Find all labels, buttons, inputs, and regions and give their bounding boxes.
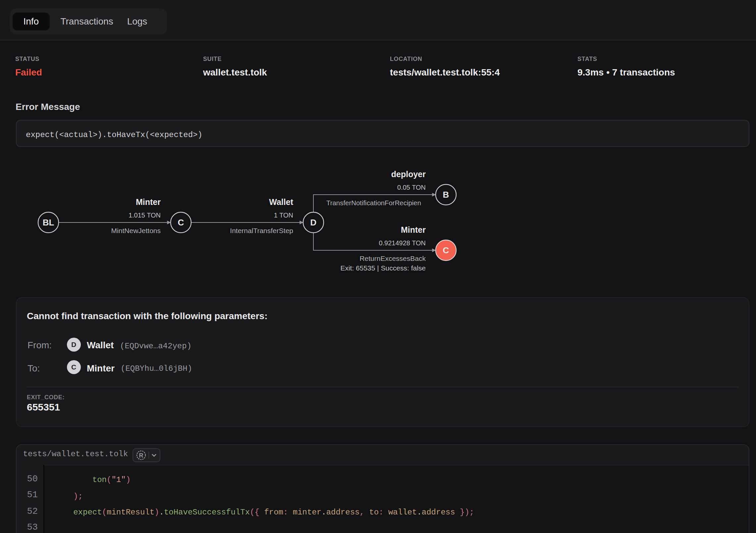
svg-text:1.015 TON: 1.015 TON bbox=[129, 212, 161, 219]
svg-text:1 TON: 1 TON bbox=[274, 212, 293, 219]
svg-text:0.05 TON: 0.05 TON bbox=[397, 184, 426, 191]
svg-text:Minter: Minter bbox=[401, 225, 426, 234]
svg-text:TransferNotificationForRecipie: TransferNotificationForRecipien bbox=[326, 199, 421, 207]
svg-text:D: D bbox=[310, 218, 317, 227]
svg-text:deployer: deployer bbox=[391, 170, 426, 179]
svg-text:MintNewJettons: MintNewJettons bbox=[111, 227, 161, 234]
svg-text:InternalTransferStep: InternalTransferStep bbox=[230, 227, 293, 234]
svg-text:C: C bbox=[178, 218, 184, 227]
svg-text:0.9214928 TON: 0.9214928 TON bbox=[379, 239, 426, 247]
svg-text:Wallet: Wallet bbox=[269, 197, 293, 207]
svg-text:Minter: Minter bbox=[136, 197, 161, 207]
svg-text:B: B bbox=[443, 190, 449, 200]
svg-text:R: R bbox=[139, 452, 143, 459]
svg-text:Exit: 65535 | Success: false: Exit: 65535 | Success: false bbox=[340, 264, 426, 272]
svg-text:C: C bbox=[443, 245, 449, 255]
svg-text:BL: BL bbox=[43, 218, 54, 227]
svg-text:ReturnExcessesBack: ReturnExcessesBack bbox=[359, 255, 426, 262]
